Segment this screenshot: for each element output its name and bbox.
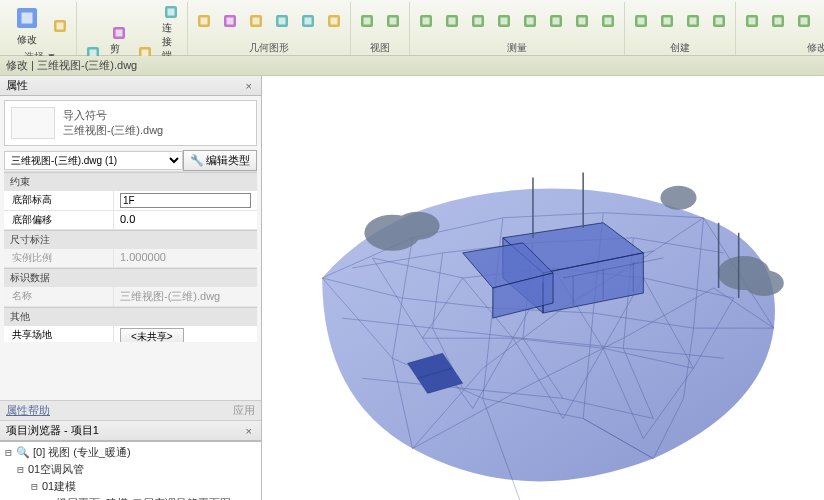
create-d-button[interactable] <box>707 11 731 31</box>
property-grid: 约束 底部标高 底部偏移 0.0 尺寸标注 实例比例 1.000000 标识数据… <box>4 172 257 342</box>
svg-rect-51 <box>716 18 723 25</box>
tree-node[interactable]: ⊟ 01建模 <box>2 478 259 495</box>
cb-icon <box>659 13 675 29</box>
prop-value-input[interactable] <box>120 193 251 208</box>
project-browser: ⊟ 🔍 [0] 视图 (专业_暖通) ⊟ 01空调风管 ⊟ 01建模 楼层平面:… <box>0 441 261 500</box>
m3-button[interactable] <box>792 11 816 31</box>
ribbon-group: 创建 <box>625 2 736 55</box>
ribbon-group: 几何图形 <box>188 2 351 55</box>
offset-button[interactable] <box>440 11 464 31</box>
create-c-button[interactable] <box>681 11 705 31</box>
create-a-button[interactable] <box>629 11 653 31</box>
prop-group-header: 约束 <box>4 172 257 191</box>
ribbon-group: 剪切 ▼ 连接端切割 ▼ 剪贴板 <box>77 2 188 55</box>
tree-label: [0] 视图 (专业_暖通) <box>33 445 131 460</box>
cd-icon <box>711 13 727 29</box>
instance-selector-row: 三维视图-(三维).dwg (1) 🔧编辑类型 <box>4 150 257 172</box>
join-icon <box>248 13 264 29</box>
svg-point-85 <box>744 270 784 296</box>
create-b-button[interactable] <box>655 11 679 31</box>
tree-twisty-icon[interactable]: ⊟ <box>16 463 25 476</box>
ribbon-group: 测量 <box>410 2 625 55</box>
ca-icon <box>633 13 649 29</box>
mi-icon <box>470 13 486 29</box>
split-icon <box>274 13 290 29</box>
svg-rect-53 <box>749 18 756 25</box>
svg-rect-15 <box>227 18 234 25</box>
svg-rect-17 <box>253 18 260 25</box>
ribbon-group-label: 修改 <box>807 41 824 55</box>
svg-rect-41 <box>579 18 586 25</box>
type-prop-button[interactable] <box>48 16 72 36</box>
ribbon: 修改 选择 ▼ 剪切 ▼ 连接端切割 ▼ 剪贴板 <box>0 0 824 56</box>
cope-button[interactable] <box>192 11 216 31</box>
m1-icon <box>744 13 760 29</box>
svg-rect-37 <box>527 18 534 25</box>
demo-button[interactable] <box>322 11 346 31</box>
svg-rect-13 <box>201 18 208 25</box>
trim-button[interactable] <box>544 11 568 31</box>
view-a-button[interactable] <box>355 11 379 31</box>
tree-twisty-icon[interactable]: ⊟ <box>30 480 39 493</box>
cut-icon <box>222 13 238 29</box>
close-icon[interactable]: × <box>243 425 255 437</box>
align-button[interactable] <box>414 11 438 31</box>
m2-icon <box>770 13 786 29</box>
scale-button[interactable] <box>596 11 620 31</box>
mirror-button[interactable] <box>466 11 490 31</box>
tree-twisty-icon[interactable]: ⊟ <box>4 446 13 459</box>
svg-rect-39 <box>553 18 560 25</box>
svg-rect-47 <box>664 18 671 25</box>
join-button[interactable] <box>244 11 268 31</box>
prop-value-button[interactable]: <未共享> <box>120 328 184 342</box>
property-row: 实例比例 1.000000 <box>4 249 257 268</box>
type-selector[interactable]: 导入符号 三维视图-(三维).dwg <box>4 100 257 146</box>
ribbon-group-label: 测量 <box>507 41 527 55</box>
prop-group-header: 尺寸标注 <box>4 230 257 249</box>
ribbon-group: 视图 <box>351 2 410 55</box>
cut-geo-button[interactable] <box>218 11 242 31</box>
apply-button[interactable]: 应用 <box>233 403 255 418</box>
context-tab-strip: 修改 | 三维视图-(三维).dwg <box>0 56 824 76</box>
ribbon-group-label: 视图 <box>370 41 390 55</box>
tree-node[interactable]: ⊟ 🔍 [0] 视图 (专业_暖通) <box>2 444 259 461</box>
edit-type-button[interactable]: 🔧编辑类型 <box>183 150 257 171</box>
property-row: 共享场地 <未共享> <box>4 326 257 342</box>
m3-icon <box>796 13 812 29</box>
ar-icon <box>574 13 590 29</box>
prop-group-header: 其他 <box>4 307 257 326</box>
paint-icon <box>300 13 316 29</box>
of-icon <box>444 13 460 29</box>
cc-icon <box>685 13 701 29</box>
instance-select[interactable]: 三维视图-(三维).dwg (1) <box>4 151 183 170</box>
sc-icon <box>600 13 616 29</box>
view-b-button[interactable] <box>381 11 405 31</box>
ribbon-group-label: 创建 <box>670 41 690 55</box>
ribbon-group-label: 几何图形 <box>249 41 289 55</box>
tree-node[interactable]: ⊟ 01空调风管 <box>2 461 259 478</box>
split-button[interactable] <box>270 11 294 31</box>
m1-button[interactable] <box>740 11 764 31</box>
tree-label: 楼层平面: 建模-二层空调风管平面图 <box>56 496 231 500</box>
modify-button[interactable]: 修改 <box>8 2 46 49</box>
svg-rect-7 <box>116 30 123 37</box>
array-button[interactable] <box>570 11 594 31</box>
svg-rect-27 <box>390 18 397 25</box>
m4-button[interactable] <box>818 11 824 31</box>
rotate-button[interactable] <box>518 11 542 31</box>
prop-name: 底部偏移 <box>4 211 114 229</box>
close-icon[interactable]: × <box>243 80 255 92</box>
ribbon-group: 修改 选择 ▼ <box>4 2 77 55</box>
context-tab-text: 修改 | 三维视图-(三维).dwg <box>6 58 137 73</box>
viewport-3d[interactable] <box>262 76 824 500</box>
paint-button[interactable] <box>296 11 320 31</box>
properties-help-link[interactable]: 属性帮助 <box>6 403 50 418</box>
ribbon-group: 修改 <box>736 2 824 55</box>
properties-footer: 属性帮助 应用 <box>0 400 261 421</box>
property-row: 底部偏移 0.0 <box>4 211 257 230</box>
svg-rect-3 <box>57 22 64 29</box>
move-button[interactable] <box>492 11 516 31</box>
prop-name: 实例比例 <box>4 249 114 267</box>
tree-node[interactable]: 楼层平面: 建模-二层空调风管平面图 <box>2 495 259 500</box>
m2-button[interactable] <box>766 11 790 31</box>
